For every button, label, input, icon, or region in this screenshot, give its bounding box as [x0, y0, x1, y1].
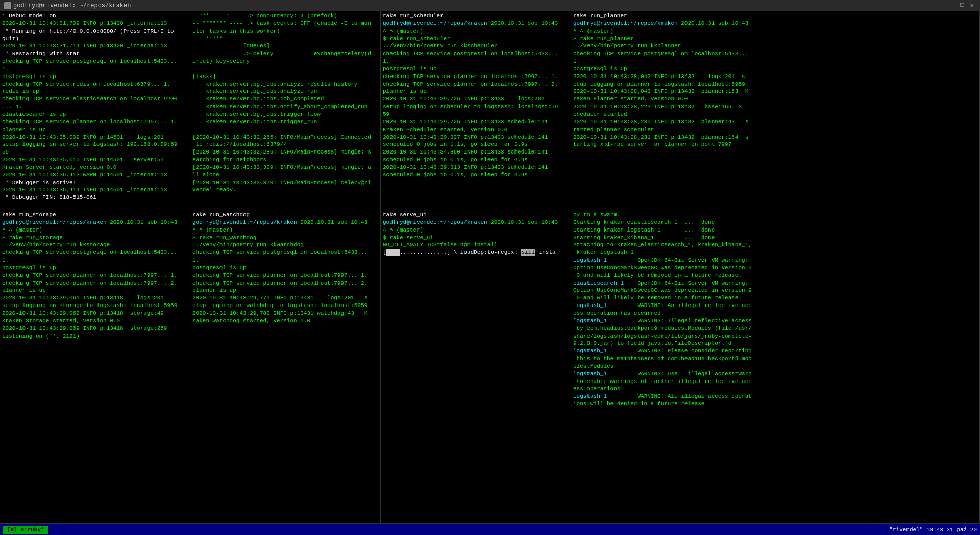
status-tabs: [0] 0:ruby* — [3, 526, 49, 534]
status-bar: [0] 0:ruby* "rivendel" 10:43 31-paź-20 — [0, 524, 980, 535]
pane-top-right-2: rake run_planner godfryd@rivendel:~/repo… — [571, 11, 980, 210]
terminal-grid: * Debug mode: on 2020-10-31 10:43:31,709… — [0, 11, 980, 524]
pane-top-center-content: - *** --- * --- .> concurrency: 4 (prefo… — [192, 12, 378, 194]
pane-top-left-content: * Debug mode: on 2020-10-31 10:43:31,709… — [2, 12, 188, 201]
status-tab-ruby[interactable]: [0] 0:ruby* — [3, 526, 49, 534]
pane-top-right-2-content: rake run_planner godfryd@rivendel:~/repo… — [573, 12, 977, 148]
pane-top-right-1: rake run_scheduler godfryd@rivendel:~/re… — [381, 11, 571, 210]
pane-bot-right-2-content: oy to a swarm. Starting kraken_elasticse… — [573, 211, 977, 408]
minimize-button[interactable]: ─ — [948, 2, 956, 9]
pane-bot-right-1: rake serve_ui godfryd@rivendel:~/repos/k… — [381, 210, 571, 524]
pane-bot-right-2: oy to a swarm. Starting kraken_elasticse… — [571, 210, 980, 524]
pane-bot-left: rake run_storage godfryd@rivendel:~/repo… — [0, 210, 190, 524]
pane-top-right-1-content: rake run_scheduler godfryd@rivendel:~/re… — [383, 12, 569, 179]
pane-bot-center-content: rake run_watchdog godfryd@rivendel:~/rep… — [192, 211, 378, 325]
title-bar: godfryd@rivendel: ~/repos/kraken ─ □ ✕ — [0, 0, 980, 11]
pane-top-center: - *** --- * --- .> concurrency: 4 (prefo… — [190, 11, 381, 210]
window-title: godfryd@rivendel: ~/repos/kraken — [13, 2, 131, 9]
window-controls: ─ □ ✕ — [948, 2, 976, 9]
status-right: "rivendel" 10:43 31-paź-20 — [889, 527, 977, 533]
title-bar-left: godfryd@rivendel: ~/repos/kraken — [4, 2, 131, 9]
close-button[interactable]: ✕ — [968, 2, 976, 9]
pane-top-left: * Debug mode: on 2020-10-31 10:43:31,709… — [0, 11, 190, 210]
maximize-button[interactable]: □ — [959, 2, 966, 9]
pane-bot-right-1-content: rake serve_ui godfryd@rivendel:~/repos/k… — [383, 211, 569, 257]
pane-bot-center: rake run_watchdog godfryd@rivendel:~/rep… — [190, 210, 381, 524]
pane-bot-left-content: rake run_storage godfryd@rivendel:~/repo… — [2, 211, 188, 340]
terminal-icon — [4, 2, 11, 9]
